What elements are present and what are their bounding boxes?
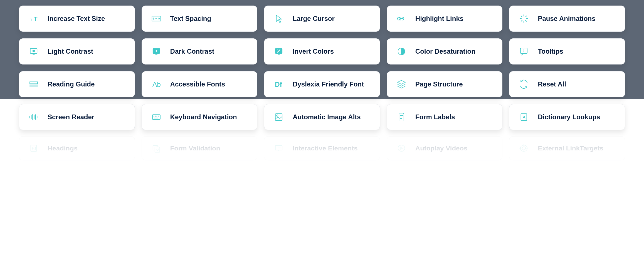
svg-point-42 [156, 116, 157, 116]
accessible-font-icon: Ab [149, 76, 164, 92]
card-label: Page Structure [415, 80, 463, 88]
card-dyslexia-font[interactable]: Df Dyslexia Friendly Font [264, 71, 380, 97]
interactive-icon [271, 141, 287, 156]
card-tooltips[interactable]: Tooltips [509, 38, 625, 64]
light-contrast-icon [26, 44, 41, 59]
card-text-spacing[interactable]: Text Spacing [142, 6, 258, 32]
card-form-labels[interactable]: Form Labels [387, 104, 503, 130]
card-label: Interactive Elements [293, 145, 357, 152]
svg-point-62 [520, 145, 527, 152]
card-autoplay-videos-reflection: Autoplay Videos [387, 136, 503, 160]
card-increase-text-size[interactable]: T T Increase Text Size [19, 6, 135, 32]
card-interactive-elements-reflection: Interactive Elements [264, 136, 380, 160]
reset-icon [516, 76, 532, 92]
card-headings-reflection: H1 Headings [19, 136, 135, 160]
dictionary-icon: A [516, 109, 532, 125]
svg-rect-45 [275, 114, 282, 121]
card-label: Pause Animations [538, 15, 595, 23]
card-label: Tooltips [538, 48, 563, 56]
card-label: Text Spacing [170, 15, 211, 23]
svg-text:A: A [523, 115, 526, 119]
reflection-row: H1 Headings Form Validation Interactive … [0, 130, 644, 160]
card-light-contrast[interactable]: Light Contrast [19, 38, 135, 64]
svg-rect-56 [275, 146, 282, 150]
card-label: Form Labels [415, 113, 455, 121]
card-pause-animations[interactable]: Pause Animations [509, 6, 625, 32]
card-keyboard-navigation[interactable]: Keyboard Navigation [142, 104, 258, 130]
card-label: Keyboard Navigation [170, 113, 237, 121]
card-large-cursor[interactable]: Large Cursor [264, 6, 380, 32]
svg-point-63 [522, 147, 525, 150]
svg-text:T: T [30, 18, 33, 22]
card-invert-colors[interactable]: Invert Colors [264, 38, 380, 64]
card-reading-guide[interactable]: Reading Guide [19, 71, 135, 97]
card-label: Reset All [538, 80, 566, 88]
svg-marker-61 [400, 147, 403, 150]
card-automatic-image-alts[interactable]: Automatic Image Alts [264, 104, 380, 130]
image-icon [271, 109, 287, 125]
autoplay-icon [394, 141, 409, 156]
card-label: Color Desaturation [415, 48, 475, 56]
keyboard-icon [149, 109, 164, 125]
svg-line-8 [521, 16, 522, 17]
card-page-structure[interactable]: Page Structure [387, 71, 503, 97]
svg-point-40 [154, 116, 154, 116]
card-label: Form Validation [170, 145, 220, 152]
card-highlight-links[interactable]: Highlight Links [387, 6, 503, 32]
svg-text:Ab: Ab [152, 81, 161, 88]
card-label: Light Contrast [48, 48, 93, 56]
card-color-desaturation[interactable]: Color Desaturation [387, 38, 503, 64]
card-label: Screen Reader [48, 113, 94, 121]
invert-colors-icon [271, 44, 287, 59]
card-label: Autoplay Videos [415, 145, 468, 152]
link-icon [394, 11, 409, 26]
card-label: Large Cursor [293, 15, 335, 23]
card-accessible-fonts[interactable]: Ab Accessible Fonts [142, 71, 258, 97]
svg-line-11 [526, 16, 527, 17]
card-label: Dictionary Lookups [538, 113, 600, 121]
pause-animation-icon [516, 11, 532, 26]
card-label: Headings [48, 145, 78, 152]
text-spacing-icon [149, 11, 164, 26]
card-form-validation-reflection: Form Validation [142, 136, 258, 160]
heading-icon: H1 [26, 141, 41, 156]
svg-point-46 [277, 115, 278, 116]
svg-rect-29 [30, 85, 38, 87]
svg-text:H1: H1 [32, 147, 36, 150]
reading-guide-icon [26, 76, 41, 92]
card-label: Highlight Links [415, 15, 463, 23]
card-label: Increase Text Size [48, 15, 105, 23]
svg-point-43 [158, 116, 159, 116]
accessibility-options-grid: T T Increase Text Size Text Spacing Larg… [0, 0, 644, 130]
audio-wave-icon [26, 109, 41, 125]
validation-icon [149, 141, 164, 156]
card-label: Accessible Fonts [170, 80, 225, 88]
text-size-icon: T T [26, 11, 41, 26]
svg-point-41 [155, 116, 156, 116]
dyslexia-font-icon: Df [271, 76, 287, 92]
svg-line-9 [526, 20, 527, 21]
target-icon [516, 141, 532, 156]
svg-point-21 [277, 49, 278, 50]
svg-point-13 [33, 50, 35, 52]
svg-rect-39 [152, 115, 160, 120]
svg-text:T: T [34, 15, 38, 23]
layers-icon [394, 76, 409, 92]
card-label: Automatic Image Alts [293, 113, 361, 121]
card-dictionary-lookups[interactable]: A Dictionary Lookups [509, 104, 625, 130]
svg-line-10 [521, 20, 522, 21]
card-dark-contrast[interactable]: Dark Contrast [142, 38, 258, 64]
svg-point-17 [155, 50, 157, 52]
svg-marker-32 [398, 80, 405, 84]
svg-text:Df: Df [275, 81, 282, 88]
svg-rect-55 [155, 147, 160, 152]
desaturation-icon [394, 44, 409, 59]
card-label: External LinkTargets [538, 145, 603, 152]
card-label: Reading Guide [48, 80, 95, 88]
cursor-icon [271, 11, 287, 26]
card-label: Dyslexia Friendly Font [293, 80, 364, 88]
card-label: Invert Colors [293, 48, 334, 56]
form-icon [394, 109, 409, 125]
card-reset-all[interactable]: Reset All [509, 71, 625, 97]
card-screen-reader[interactable]: Screen Reader [19, 104, 135, 130]
